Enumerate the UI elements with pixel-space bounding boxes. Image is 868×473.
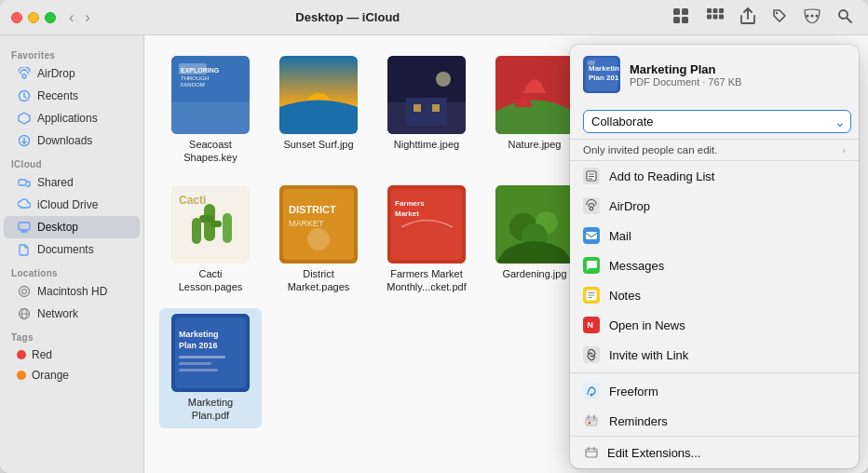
gardening-thumb [495,185,574,264]
svg-rect-40 [432,104,440,112]
menu-item-open-news[interactable]: N Open in News [570,310,859,340]
reminders-icon [583,412,600,429]
svg-point-13 [811,15,814,18]
menu-item-airdrop[interactable]: AirDrop [570,191,859,221]
marketing-thumb: Marketing Plan 2016 [171,314,250,392]
sidebar-item-tag-red[interactable]: Red [4,345,140,365]
file-item-seacoast[interactable]: EXPLORING THROUGH FANDOM SeacoastShapes.… [159,50,262,170]
close-button[interactable] [11,12,22,23]
popup-divider [570,372,859,373]
marketing-label: MarketingPlan.pdf [188,396,233,423]
svg-point-83 [590,207,593,210]
sidebar-item-documents[interactable]: Documents [4,238,140,261]
desktop-label: Desktop [37,221,78,234]
svg-rect-84 [586,232,597,239]
nighttime-thumb [387,56,466,134]
icloud-drive-icon [17,197,32,212]
popup-file-icon: Marketing Plan 2016 [583,56,620,93]
sidebar-item-shared[interactable]: Shared [4,171,140,194]
sunset-label: Sunset Surf.jpg [283,138,353,151]
more-button[interactable] [799,6,825,29]
sidebar-item-macintosh-hd[interactable]: Macintosh HD [4,280,140,303]
shared-icon [17,175,32,190]
svg-point-14 [816,15,819,18]
sidebar-item-applications[interactable]: Applications [4,107,140,129]
svg-text:FANDOM: FANDOM [181,82,205,88]
sidebar-item-icloud-drive[interactable]: iCloud Drive [4,194,140,216]
network-icon [17,306,32,321]
network-label: Network [37,307,78,320]
collaborate-select[interactable]: Collaborate [583,110,851,133]
svg-text:Plan 2016: Plan 2016 [179,341,218,350]
sidebar-item-desktop[interactable]: Desktop [4,216,140,238]
district-label: DistrictMarket.pages [288,267,350,294]
menu-item-freeform[interactable]: Freeform [570,376,859,406]
svg-rect-73 [179,369,218,372]
menu-item-messages[interactable]: Messages [570,250,859,280]
chevron-right-icon: › [842,144,846,155]
svg-rect-7 [707,15,712,20]
icloud-label: iCloud [0,152,143,171]
menu-item-reading-list[interactable]: Add to Reading List [570,161,859,191]
svg-text:MARKET: MARKET [289,219,324,228]
svg-text:Marketing: Marketing [179,330,219,339]
macintosh-hd-label: Macintosh HD [37,285,107,298]
menu-item-mail[interactable]: Mail [570,221,859,250]
sidebar-item-downloads[interactable]: Downloads [4,129,140,152]
reading-list-label: Add to Reading List [609,169,714,183]
sidebar-item-airdrop[interactable]: AirDrop [4,62,140,85]
file-item-nighttime[interactable]: Nighttime.jpeg [375,50,478,170]
svg-point-11 [776,12,778,14]
cacti-label: CactiLesson.pages [179,267,243,294]
search-button[interactable] [833,6,857,29]
menu-item-reminders[interactable]: Reminders [570,406,859,436]
freeform-icon [583,383,600,399]
svg-rect-8 [713,15,718,20]
icloud-drive-label: iCloud Drive [37,198,98,211]
svg-point-91 [590,394,593,397]
invited-row[interactable]: Only invited people can edit. › [570,140,859,161]
news-icon: N [583,317,600,333]
farmers-thumb: Farmers Market [387,185,466,264]
svg-rect-71 [179,356,225,358]
messages-icon [583,257,600,274]
sidebar-item-recents[interactable]: Recents [4,85,140,107]
svg-rect-2 [673,17,680,23]
nature-thumb [495,56,574,134]
svg-rect-1 [682,8,688,15]
macintosh-hd-icon [17,284,32,299]
orange-tag-label: Orange [32,369,69,382]
sidebar-item-tag-orange[interactable]: Orange [4,365,140,385]
tags-label: Tags [0,325,143,345]
menu-item-notes[interactable]: Notes [570,280,859,310]
file-item-district[interactable]: DISTRICT MARKET DistrictMarket.pages [267,180,370,300]
file-item-farmers[interactable]: Farmers Market Farmers MarketMonthly...c… [375,180,478,300]
documents-label: Documents [37,243,94,256]
file-item-marketing[interactable]: Marketing Plan 2016 MarketingPlan.pdf [159,308,262,428]
svg-rect-20 [19,180,26,185]
svg-text:N: N [588,320,594,330]
farmers-label: Farmers MarketMonthly...cket.pdf [387,267,466,294]
desktop-icon [17,220,32,235]
tag-button[interactable] [767,6,792,29]
main-layout: Favorites AirDrop [0,35,868,473]
gardening-label: Gardening.jpg [502,267,566,280]
invited-label: Only invited people can edit. [583,144,717,155]
menu-item-invite-link[interactable]: Invite with Link [570,340,859,370]
svg-rect-5 [713,8,718,13]
recents-label: Recents [37,89,78,102]
recents-icon [17,88,32,103]
sidebar-item-network[interactable]: Network [4,303,140,325]
file-item-sunset[interactable]: Sunset Surf.jpg [267,50,370,170]
grid-options-button[interactable]: ▾ [702,6,728,29]
edit-extensions-item[interactable]: Edit Extensions... [570,436,859,468]
svg-point-96 [589,422,590,424]
share-button[interactable] [736,5,760,30]
svg-point-37 [436,72,451,87]
svg-text:EXPLORING: EXPLORING [181,67,220,74]
downloads-icon [17,133,32,148]
applications-icon [17,111,32,126]
file-item-cacti[interactable]: Cacti CactiLesson.pages [159,180,262,300]
view-toggle-button[interactable] [669,6,695,29]
orange-tag-dot [17,371,26,380]
